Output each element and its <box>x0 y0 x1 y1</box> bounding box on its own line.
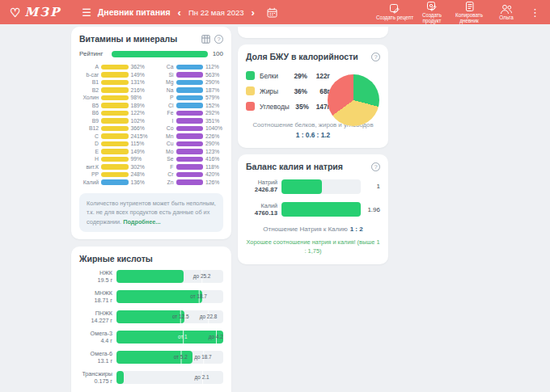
potassium-fill <box>281 202 361 217</box>
create-recipe-label: Создать рецепт <box>376 15 413 21</box>
mineral-row: Fe292% <box>154 109 224 117</box>
vitamin-bar <box>101 65 129 70</box>
vitamin-row: D115% <box>79 140 149 148</box>
fatty-track: от 5.2 до 18.7 <box>116 351 223 364</box>
copy-diary-button[interactable]: Копировать дневник <box>451 1 488 24</box>
fatty-track: до 25.2 <box>116 270 223 283</box>
sodium-potassium-ratio: Отношение Натрия к Калию1 : 2 <box>246 226 380 233</box>
fatty-row: Трансжиры0.175 г до 2.1 <box>79 370 223 385</box>
vitamins-left-column: A362% b-car149% B1131% B2216% Холин98% B… <box>79 63 149 186</box>
mineral-row: Zn126% <box>154 179 224 187</box>
potassium-track <box>281 202 361 217</box>
limit-marker: до 2.1 <box>194 371 210 384</box>
vitamin-bar <box>101 157 129 162</box>
bju-card: Доля БЖУ в калорийности ? Белки 29% 122г… <box>238 44 388 148</box>
rating-value: 100 <box>213 50 223 57</box>
fatty-track: от 18.7 <box>116 290 223 303</box>
potassium-row: Калий4760.13 1.96 <box>246 202 380 217</box>
vitamin-row: Холин98% <box>79 94 149 102</box>
vitamin-bar <box>101 179 129 185</box>
vitamin-bar <box>101 95 129 101</box>
mineral-row: Na187% <box>154 86 224 95</box>
legend-swatch-fats <box>246 86 255 95</box>
mineral-row: P579% <box>154 94 224 102</box>
user-menu-button[interactable]: Ольга <box>488 4 525 21</box>
mineral-row: Cu290% <box>154 140 224 148</box>
fatty-row: Омега-613.1 г от 5.2 до 18.7 <box>79 350 223 365</box>
create-product-button[interactable]: Создать продукт <box>413 1 451 24</box>
balance-title: Баланс калия и натрия <box>246 162 343 171</box>
mineral-bar <box>176 118 204 124</box>
mineral-bar <box>176 72 204 78</box>
mineral-bar <box>176 95 204 101</box>
fatty-row: МНЖК18.71 г от 18.7 <box>79 289 223 304</box>
mineral-bar <box>176 149 204 154</box>
vitamin-row: A362% <box>79 63 149 71</box>
mineral-row: F118% <box>154 163 224 171</box>
left-column: Витамины и минералы ? Рейтинг 100 A362% … <box>71 27 231 392</box>
vitamin-row: Калий136% <box>79 179 149 187</box>
balance-help-icon[interactable]: ? <box>371 162 380 171</box>
mineral-row: Mg290% <box>154 78 224 86</box>
calendar-icon[interactable] <box>267 7 277 18</box>
create-product-icon <box>426 1 438 12</box>
mineral-bar <box>176 65 204 70</box>
copy-diary-label: Копировать дневник <box>451 13 488 24</box>
mineral-row: Mo123% <box>154 148 224 156</box>
kebab-menu-icon[interactable]: ⋮ <box>530 6 540 19</box>
app: ♡ МЗР ☰ Дневник питания ‹ Пн 22 мая 2023… <box>0 0 550 392</box>
sodium-index: 1 <box>361 183 380 190</box>
limit-marker: до 22.8 <box>199 310 218 323</box>
mineral-row: I351% <box>154 117 224 125</box>
bju-help-icon[interactable]: ? <box>371 53 380 61</box>
hamburger-menu-icon[interactable]: ☰ <box>82 7 91 18</box>
logo[interactable]: ♡ МЗР <box>10 5 61 19</box>
mineral-bar <box>176 141 204 147</box>
vitamins-help-icon[interactable]: ? <box>214 35 223 44</box>
mineral-row: Cr420% <box>154 171 224 179</box>
mineral-row: Ca112% <box>154 63 224 71</box>
rating-row: Рейтинг 100 <box>79 50 223 57</box>
balance-card: Баланс калия и натрия ? Натрий2426.87 1 … <box>238 154 388 263</box>
limit-marker: от 5.2 <box>173 351 188 364</box>
mineral-row: Co1040% <box>154 124 224 133</box>
vitamin-bar <box>101 103 129 108</box>
vitamin-bar <box>101 164 129 170</box>
mineral-row: Mn226% <box>154 133 224 141</box>
fatty-row: ПНЖК14.227 г от 12.5 до 22.8 <box>79 310 223 324</box>
mineral-bar <box>176 172 204 178</box>
create-recipe-button[interactable]: Создать рецепт <box>376 3 413 21</box>
bju-pie-chart <box>328 74 379 126</box>
limit-marker: до 18.7 <box>193 351 213 364</box>
page-title: Дневник питания <box>98 7 171 17</box>
vitamin-bar <box>101 133 129 139</box>
vitamin-row: B6122% <box>79 109 149 117</box>
mineral-row: Se416% <box>154 155 224 163</box>
vitamins-grid: A362% b-car149% B1131% B2216% Холин98% B… <box>79 63 223 186</box>
partial-card-top <box>238 27 388 38</box>
next-day-button[interactable]: › <box>252 7 255 18</box>
mineral-row: Cl152% <box>154 102 224 110</box>
vitamin-row: b-car149% <box>79 71 149 79</box>
prev-day-button[interactable]: ‹ <box>178 7 181 18</box>
mineral-bar <box>176 126 204 132</box>
vitamin-row: B5189% <box>79 102 149 110</box>
sodium-track <box>281 179 361 194</box>
table-view-icon[interactable] <box>201 35 210 44</box>
logo-text: МЗР <box>24 5 61 19</box>
date-selector[interactable]: Пн 22 мая 2023 <box>188 8 244 17</box>
heart-icon: ♡ <box>10 6 20 19</box>
vitamin-bar <box>101 80 129 86</box>
read-more-link[interactable]: Подробнее... <box>123 218 160 226</box>
vitamins-card: Витамины и минералы ? Рейтинг 100 A362% … <box>71 27 231 239</box>
fatty-track: до 2.1 <box>116 371 223 384</box>
vitamin-bar <box>101 126 129 132</box>
vitamin-bar <box>101 141 129 147</box>
sodium-row: Натрий2426.87 1 <box>246 179 380 194</box>
vitamin-row: H99% <box>79 155 149 163</box>
vitamin-bar <box>101 72 129 78</box>
sodium-fill <box>281 179 322 194</box>
vitamin-row: PP248% <box>79 171 149 179</box>
balance-note: Хорошее соотношение натрия и калия! (выш… <box>246 238 380 255</box>
fatty-acids-card: Жирные кислоты НЖК19.5 г до 25.2 МНЖК18.… <box>71 247 231 392</box>
